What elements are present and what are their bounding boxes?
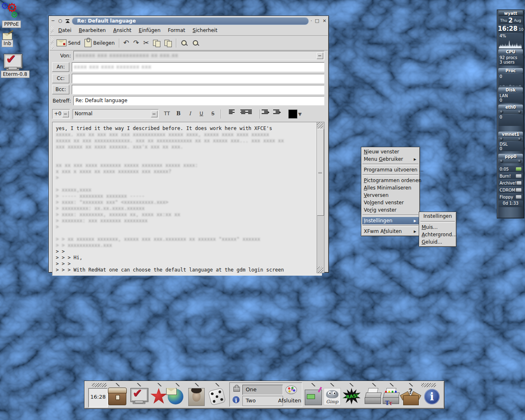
bold-button[interactable]: B [173, 110, 183, 119]
popup-tick[interactable] [330, 383, 335, 386]
context-menu-item-volgend-venster[interactable]: Volgend venster [362, 199, 419, 206]
maximize-circle-button[interactable]: ○ [57, 18, 64, 24]
send-button[interactable]: Send [55, 39, 82, 47]
context-menu-item-xfwm-afsluiten[interactable]: XFwm Afsluiten▶ [362, 228, 419, 235]
align-center-button[interactable] [235, 110, 245, 119]
attach-button[interactable]: Beilegen [82, 38, 116, 48]
date-panel[interactable]: Thu 2 Aug [498, 16, 523, 24]
desktop-one-button[interactable]: One [242, 385, 283, 395]
archive-button[interactable] [516, 181, 522, 185]
text-color-dropdown-arrow[interactable]: ▼ [298, 112, 301, 117]
font-size-dropdown[interactable] [62, 111, 69, 117]
popup-tick[interactable] [157, 383, 162, 386]
context-menu-item-menu-gebruiker[interactable]: Menu Gebruiker▶ [362, 155, 419, 163]
cdrom-button[interactable] [516, 188, 522, 192]
panel-handle-right[interactable] [421, 383, 436, 387]
shade-button[interactable] [64, 18, 71, 24]
menu-datei[interactable]: Datei [55, 26, 75, 34]
message-body[interactable]: yes, I tried it the way I described befo… [52, 122, 322, 276]
from-dropdown-button[interactable] [317, 52, 323, 59]
paragraph-dropdown[interactable] [151, 111, 158, 117]
titlebar[interactable]: − ○ Re: Default language · □ × [50, 17, 328, 25]
launcher-scanner[interactable] [305, 388, 322, 405]
align-right-button[interactable] [247, 110, 257, 119]
scroll-down-arrow[interactable] [317, 267, 323, 273]
disk-cap[interactable]: Disk [498, 87, 523, 93]
submenu-item-achtergrond[interactable]: Achtergrond... [420, 231, 455, 238]
paste-button[interactable] [162, 39, 174, 47]
close-button[interactable]: × [321, 18, 328, 24]
popup-tick[interactable] [115, 383, 120, 386]
launcher-info[interactable]: i [424, 388, 441, 405]
info-icon[interactable]: i [233, 396, 240, 403]
launcher-portrait[interactable] [188, 388, 205, 405]
cc-field[interactable] [72, 74, 324, 83]
hostname-cap[interactable]: wyatt [498, 11, 523, 16]
body-scrollbar[interactable] [317, 122, 324, 273]
popup-tick[interactable] [175, 383, 180, 386]
paragraph-style-combo[interactable]: Normal [73, 109, 159, 119]
to-field[interactable]: xxxx xxx xxxx xxxxxxx xxx [72, 62, 324, 72]
cut-button[interactable]: ✂ [141, 39, 151, 47]
strikethrough-button[interactable]: S [208, 110, 218, 119]
context-menu-item-pictogrammen-ordenen[interactable]: Pictogrammen ordenen [362, 177, 419, 184]
align-left-button[interactable] [224, 110, 234, 119]
launcher-gimp[interactable]: Gimp [324, 388, 341, 405]
proc-cap[interactable]: Proc [498, 68, 523, 73]
underline-button[interactable]: U [196, 110, 206, 119]
launcher-eterm[interactable]: ✔ [130, 388, 147, 405]
to-button[interactable]: An: [52, 62, 69, 72]
context-menu-item-nieuw-venster[interactable]: Nieuw venster [362, 148, 419, 155]
proc-chart[interactable]: 0 [498, 74, 523, 87]
copy-button[interactable] [151, 39, 162, 47]
submenu-item-geluid[interactable]: Geluid... [420, 238, 455, 246]
desktop-icon-eterm[interactable]: ✔ Eterm-0.8 [1, 54, 24, 80]
menu-bearbeiten[interactable]: Bearbeiten [75, 26, 110, 34]
launcher-star[interactable] [150, 388, 167, 405]
submenu-item-muis[interactable]: Muis... [420, 224, 455, 231]
menu-ansicht[interactable]: Ansicht [110, 26, 135, 34]
panel-handle-left[interactable] [92, 383, 107, 387]
subject-field[interactable]: Re: Default language [73, 96, 324, 105]
scroll-up-arrow[interactable] [317, 122, 323, 128]
launcher-crash[interactable]: CRASH [342, 388, 360, 405]
launcher-toolbox[interactable] [108, 388, 126, 405]
maximize-button[interactable]: □ [314, 18, 320, 24]
context-menu-item-verversen[interactable]: Verversen [362, 192, 419, 199]
launcher-mailworld[interactable] [168, 388, 185, 405]
find-next-button[interactable] [190, 39, 201, 48]
launcher-print-color[interactable]: TT [383, 388, 400, 405]
indent-more-button[interactable] [263, 110, 273, 119]
quit-label[interactable]: Afsluiten [278, 397, 301, 404]
panel-clock[interactable]: 16:28 [88, 388, 108, 408]
clock-panel[interactable]: 16:28 10 [498, 25, 523, 33]
popup-tick[interactable] [372, 383, 377, 386]
context-menu-item-programma-uitvoeren[interactable]: Programma uitvoeren ... [362, 166, 419, 173]
ppp0-cap[interactable]: ppp0 [498, 154, 523, 159]
find-button[interactable] [178, 39, 190, 48]
launcher-dice[interactable] [208, 388, 226, 405]
vmnet1-cap[interactable]: vmnet1 [498, 132, 523, 137]
burn-button[interactable] [516, 174, 522, 178]
popup-tick[interactable] [311, 383, 316, 386]
bcc-field[interactable] [72, 85, 324, 94]
desktop-icon-pppoe[interactable]: ⚙⚙⚙ PPPoE [0, 2, 23, 30]
menu-format[interactable]: Format [164, 26, 189, 34]
popup-tick[interactable] [194, 383, 199, 386]
lock-icon[interactable] [233, 387, 240, 392]
eth0-cap[interactable]: eth0 [498, 105, 523, 110]
redo-button[interactable]: ↷ [131, 39, 141, 47]
sticky-button[interactable]: · [310, 18, 313, 24]
font-size-combo[interactable]: +0 [52, 109, 70, 119]
desktop-icon-inbox[interactable]: Inb [0, 33, 14, 49]
text-color-swatch[interactable] [288, 110, 297, 119]
desktop-two-button[interactable]: Two [242, 396, 283, 406]
cc-button[interactable]: Cc: [52, 74, 69, 83]
launcher-printer[interactable] [365, 388, 382, 405]
popup-tick[interactable] [409, 383, 413, 386]
undo-button[interactable]: ↶ [121, 39, 131, 47]
italic-button[interactable]: I [185, 110, 195, 119]
scrollbar-thumb[interactable] [317, 129, 324, 216]
bcc-button[interactable]: Bcc: [52, 85, 69, 94]
minimize-button[interactable]: − [50, 18, 56, 24]
